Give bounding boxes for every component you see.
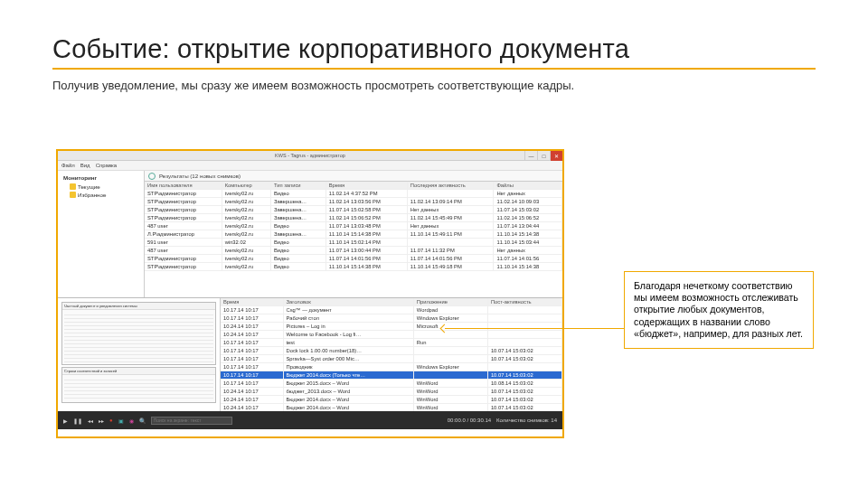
table-row[interactable]: 10.17.14 10:17Рабочий столWindows Explor… bbox=[221, 314, 562, 323]
table-row[interactable]: STP\администраторtversky02.ruВидео11.02.… bbox=[145, 190, 562, 198]
col-header[interactable]: Заголовок bbox=[283, 298, 413, 306]
playback-bar: ▶ ❚❚ ◂◂ ▸▸ ● ▣ ◉ 🔍 00:00.0 / 00:30.14 Ко… bbox=[58, 411, 562, 429]
magnify-icon[interactable]: 🔍 bbox=[139, 418, 146, 424]
menu-view[interactable]: Вид bbox=[80, 163, 90, 168]
tree-root-label[interactable]: Мониторинг bbox=[63, 174, 97, 181]
frame-count: Количество снимков: 14 bbox=[496, 418, 557, 423]
window-titlebar: KWS - Tagrus - администратор — □ ✕ bbox=[58, 151, 562, 161]
slide-title: Событие: открытие корпоративного докумен… bbox=[52, 34, 816, 64]
preview-doc-title: Строки соответствий и записей bbox=[62, 368, 215, 375]
table-row[interactable]: STP\администраторtversky02.ruЗавершена…1… bbox=[145, 214, 562, 222]
preview-doc[interactable]: Частный документ и уведомления системы bbox=[61, 302, 216, 365]
refresh-icon[interactable] bbox=[148, 173, 156, 180]
table-row[interactable]: STP\администраторtversky02.ruВидео11.07.… bbox=[145, 255, 562, 263]
table-row[interactable]: 10.17.14 10:17testRun bbox=[221, 339, 562, 347]
table-row[interactable]: STP\администраторtversky02.ruВидео11.10.… bbox=[145, 263, 562, 271]
table-row[interactable]: STP\администраторtversky02.ruЗавершена…1… bbox=[145, 206, 562, 214]
results-tab-label[interactable]: Результаты (12 новых снимков) bbox=[159, 173, 241, 179]
next-icon[interactable]: ▸▸ bbox=[99, 418, 104, 424]
col-header[interactable]: Приложение bbox=[413, 298, 487, 306]
app-screenshot: KWS - Tagrus - администратор — □ ✕ Файл … bbox=[56, 149, 564, 438]
table-row[interactable]: Л.Р\администраторtversky02.ruЗавершена…1… bbox=[145, 230, 562, 239]
table-row[interactable]: 10.24.14 10:17Pictures – Log inMicrosoft bbox=[221, 323, 562, 331]
watch-icon[interactable]: ◉ bbox=[129, 418, 134, 424]
table-row[interactable]: 487 usertversky02.ruВидео11.07.14 13:03:… bbox=[145, 222, 562, 230]
table-row[interactable]: 10.17.14 10:17Бюджет 2015.docx – WordWin… bbox=[221, 380, 562, 388]
col-header[interactable]: Пост-активность bbox=[487, 298, 561, 306]
window-close-button[interactable]: ✕ bbox=[550, 151, 562, 161]
pause-icon[interactable]: ❚❚ bbox=[73, 418, 82, 424]
table-row[interactable]: 10.24.14 10:17Welcome to Facebook - Log … bbox=[221, 331, 562, 339]
sessions-table[interactable]: Имя пользователяКомпьютерТип записиВремя… bbox=[145, 182, 562, 297]
prev-icon[interactable]: ◂◂ bbox=[88, 418, 93, 424]
col-header[interactable]: Компьютер bbox=[222, 182, 270, 190]
col-header[interactable]: Тип записи bbox=[270, 182, 326, 190]
folder-icon bbox=[70, 183, 76, 190]
table-row[interactable]: 10.17.14 10:17Spravka—Syst order 000 Mic… bbox=[221, 355, 562, 363]
table-row[interactable]: 10.17.14 10:17Csg™ — документWordpad bbox=[221, 306, 562, 314]
col-header[interactable]: Имя пользователя bbox=[145, 182, 222, 190]
record-icon[interactable]: ● bbox=[109, 418, 113, 423]
preview-pane: Частный документ и уведомления системы С… bbox=[58, 298, 221, 411]
nav-tree: Мониторинг Текущие Избранное bbox=[58, 171, 145, 297]
tree-node[interactable]: Текущие bbox=[78, 183, 100, 190]
table-row[interactable]: STP\администраторtversky02.ruЗавершена…1… bbox=[145, 198, 562, 206]
window-maximize-button[interactable]: □ bbox=[537, 151, 550, 161]
table-row[interactable]: 10.17.14 10:17Бюджет 2014.docx (Только ч… bbox=[221, 371, 562, 380]
preview-doc-title: Частный документ и уведомления системы bbox=[62, 303, 215, 310]
window-title: KWS - Tagrus - администратор bbox=[275, 153, 345, 158]
col-header[interactable]: Время bbox=[326, 182, 407, 190]
folder-icon bbox=[70, 192, 76, 198]
accent-rule bbox=[52, 68, 816, 70]
menu-bar: Файл Вид Справка bbox=[58, 161, 562, 171]
events-table[interactable]: ВремяЗаголовокПриложениеПост-активность1… bbox=[221, 298, 562, 411]
callout-connector bbox=[445, 328, 624, 329]
play-icon[interactable]: ▶ bbox=[63, 418, 68, 424]
table-row[interactable]: 10.17.14 10:17Dock lock 1.00.00 number(1… bbox=[221, 347, 562, 355]
table-row[interactable]: 10.24.14 10:17Бюджет 2014.docx – WordWin… bbox=[221, 396, 562, 404]
table-row[interactable]: 487 usertversky02.ruВидео11.07.14 13:00:… bbox=[145, 247, 562, 255]
col-header[interactable]: Последняя активность bbox=[407, 182, 494, 190]
play-time: 00:00.0 / 00:30.14 bbox=[448, 418, 491, 423]
annotation-callout: Благодаря нечеткому соответствию мы имее… bbox=[624, 271, 814, 349]
table-row[interactable]: 10.24.14 10:17бюджет_2013.docx – WordWin… bbox=[221, 388, 562, 396]
col-header[interactable]: Файлы bbox=[494, 182, 562, 190]
table-row[interactable]: 10.24.14 10:17Бюджет 2014.docx – WordWin… bbox=[221, 404, 562, 412]
tree-node[interactable]: Избранное bbox=[78, 192, 106, 198]
menu-file[interactable]: Файл bbox=[61, 163, 75, 168]
slide-subtitle: Получив уведомление, мы сразу же имеем в… bbox=[52, 79, 816, 92]
col-header[interactable]: Время bbox=[221, 298, 283, 306]
snapshot-icon[interactable]: ▣ bbox=[118, 418, 124, 424]
preview-doc[interactable]: Строки соответствий и записей bbox=[61, 367, 216, 403]
table-row[interactable]: 10.17.14 10:17ПроводникWindows Explorer bbox=[221, 363, 562, 371]
screen-search-input[interactable] bbox=[151, 417, 232, 425]
window-minimize-button[interactable]: — bbox=[524, 151, 537, 161]
table-row[interactable]: 591 userwin32.02Видео11.10.14 15:02:14 P… bbox=[145, 239, 562, 247]
menu-help[interactable]: Справка bbox=[96, 163, 118, 168]
